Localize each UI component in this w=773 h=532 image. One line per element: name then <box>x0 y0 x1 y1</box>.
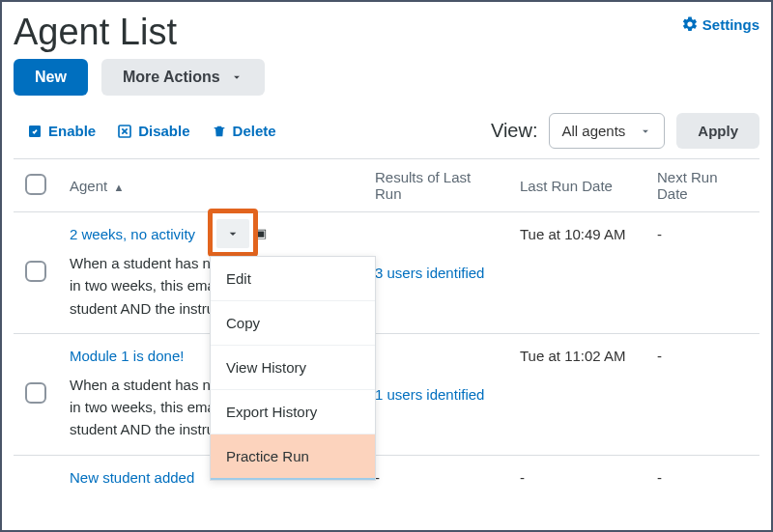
agent-name: New student added <box>70 469 194 486</box>
column-next-run[interactable]: Next Run Date <box>645 159 759 212</box>
disable-label: Disable <box>138 123 189 139</box>
last-run-value: Tue at 10:49 AM <box>508 212 645 334</box>
next-run-value: - <box>645 212 759 334</box>
results-link[interactable]: 1 users identified <box>375 386 484 403</box>
enable-label: Enable <box>48 123 96 139</box>
delete-label: Delete <box>233 123 276 139</box>
enable-action[interactable]: Enable <box>27 123 96 139</box>
new-button[interactable]: New <box>14 59 88 96</box>
table-row: Module 1 is done! When a student has not… <box>14 333 759 455</box>
disable-action[interactable]: Disable <box>117 123 189 139</box>
menu-item-practice-run[interactable]: Practice Run <box>211 434 375 480</box>
table-row: 2 weeks, no activity When a student has … <box>14 212 759 334</box>
menu-item-export-history[interactable]: Export History <box>211 390 375 434</box>
settings-label: Settings <box>702 16 759 33</box>
menu-item-view-history[interactable]: View History <box>211 346 375 390</box>
row-actions-menu: Edit Copy View History Export History Pr… <box>210 256 376 481</box>
agent-link[interactable]: Module 1 is done! <box>70 348 184 364</box>
settings-link[interactable]: Settings <box>681 15 759 33</box>
menu-item-copy[interactable]: Copy <box>211 301 375 346</box>
trash-icon <box>212 124 227 139</box>
next-run-value: - <box>645 333 759 455</box>
column-agent[interactable]: Agent ▲ <box>58 159 363 212</box>
sort-asc-icon: ▲ <box>113 182 124 193</box>
checkbox-x-icon <box>117 124 132 139</box>
view-selected: All agents <box>561 123 625 139</box>
checkbox-checked-icon <box>27 124 43 139</box>
row-actions-toggle[interactable] <box>216 219 249 248</box>
view-label: View: <box>491 120 538 142</box>
menu-item-edit[interactable]: Edit <box>211 257 375 301</box>
agent-name: 2 weeks, no activity <box>70 226 195 242</box>
results-link[interactable]: 3 users identified <box>375 265 484 281</box>
last-run-value: - <box>508 455 645 499</box>
table-row: New student added - - - <box>14 455 759 499</box>
results-value: - <box>363 455 508 499</box>
agent-link[interactable]: New student added <box>70 469 194 486</box>
column-last-run[interactable]: Last Run Date <box>508 159 645 212</box>
agents-table: Agent ▲ Results of Last Run Last Run Dat… <box>14 158 759 499</box>
chevron-down-icon <box>230 70 243 84</box>
view-select[interactable]: All agents <box>549 113 665 149</box>
chevron-down-icon <box>225 226 241 241</box>
page-title: Agent List <box>14 12 177 53</box>
gear-icon <box>681 15 699 33</box>
next-run-value: - <box>645 455 759 499</box>
more-actions-label: More Actions <box>123 69 220 86</box>
column-results[interactable]: Results of Last Run <box>363 159 508 212</box>
select-all-checkbox[interactable] <box>25 174 46 195</box>
agent-link[interactable]: 2 weeks, no activity <box>70 226 195 242</box>
chevron-down-icon <box>639 125 652 138</box>
more-actions-button[interactable]: More Actions <box>101 59 265 96</box>
apply-button[interactable]: Apply <box>676 113 759 149</box>
row-checkbox[interactable] <box>25 261 46 282</box>
delete-action[interactable]: Delete <box>212 123 276 139</box>
last-run-value: Tue at 11:02 AM <box>508 333 645 455</box>
row-checkbox[interactable] <box>25 382 46 404</box>
column-agent-label: Agent <box>70 178 107 194</box>
agent-name: Module 1 is done! <box>70 348 184 364</box>
disabled-status-icon: ▣ <box>255 226 267 240</box>
